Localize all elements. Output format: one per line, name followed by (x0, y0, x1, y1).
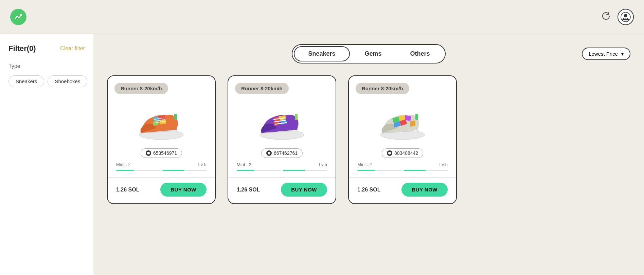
svg-point-0 (20, 14, 22, 16)
svg-point-3 (624, 17, 624, 17)
token-dot-icon (387, 150, 392, 156)
sort-dropdown[interactable]: Lowest Price ▾ (582, 48, 630, 60)
runner-badge: Runner 8-20km/h (356, 83, 409, 94)
token-id: 803408442 (394, 150, 418, 156)
shoe-image (255, 99, 309, 143)
token-badge: 653546971 (141, 148, 182, 158)
level-progress-fill (162, 170, 184, 171)
category-tabs: Sneakers Gems Others (292, 44, 445, 63)
token-dot-icon (266, 150, 272, 156)
level-progress-fill (283, 170, 305, 171)
svg-point-2 (624, 14, 627, 17)
sort-label: Lowest Price (589, 51, 618, 57)
sneaker-card: Runner 8-20km/h (228, 75, 336, 204)
type-buttons: Sneakers Shoeboxes (8, 75, 85, 87)
progress-bars (235, 170, 329, 171)
card-footer: 1.26 SOL BUY NOW (235, 183, 329, 197)
clear-filter-button[interactable]: Clear filter (60, 45, 85, 52)
content-area: Sneakers Gems Others Lowest Price ▾ Runn… (93, 34, 644, 275)
level-stat: Lv 5 (319, 162, 327, 167)
header-right (601, 9, 634, 25)
mint-stat: Mint : 2 (357, 162, 372, 167)
card-divider (108, 177, 215, 178)
filter-header: Filter(0) Clear filter (8, 44, 85, 53)
stats-row: Mint : 2 Lv 5 (235, 162, 329, 167)
mint-progress-fill (116, 170, 134, 171)
cards-grid: Runner 8-20km/h (107, 75, 630, 204)
card-footer: 1.26 SOL BUY NOW (356, 183, 449, 197)
card-divider (228, 177, 336, 178)
type-label: Type (8, 63, 85, 69)
tab-bar-wrapper: Sneakers Gems Others Lowest Price ▾ (107, 44, 630, 63)
main-layout: Filter(0) Clear filter Type Sneakers Sho… (0, 34, 644, 275)
shoe-image (375, 99, 430, 143)
token-badge: 667462761 (261, 148, 303, 158)
mint-progress-fill (357, 170, 375, 171)
mint-progress-bar (357, 170, 402, 171)
tab-others[interactable]: Others (397, 46, 444, 61)
logo-icon[interactable] (10, 9, 26, 25)
type-sneakers-button[interactable]: Sneakers (8, 75, 44, 87)
token-dot-icon (146, 150, 151, 156)
level-progress-fill (404, 170, 426, 171)
sol-price: 1.26 SOL (237, 187, 260, 193)
level-stat: Lv 5 (439, 162, 448, 167)
svg-point-4 (627, 17, 628, 17)
card-footer: 1.26 SOL BUY NOW (114, 183, 208, 197)
token-badge: 803408442 (382, 148, 423, 158)
runner-badge: Runner 8-20km/h (114, 83, 168, 94)
buy-now-button[interactable]: BUY NOW (160, 183, 207, 197)
filter-title: Filter(0) (8, 44, 36, 53)
refresh-icon[interactable] (601, 11, 611, 23)
mint-stat: Mint : 2 (237, 162, 251, 167)
token-id: 653546971 (153, 150, 177, 156)
mint-stat: Mint : 2 (116, 162, 131, 167)
stats-row: Mint : 2 Lv 5 (114, 162, 208, 167)
header (0, 0, 644, 34)
mint-progress-bar (116, 170, 161, 171)
mint-progress-fill (237, 170, 254, 171)
svg-rect-13 (174, 114, 177, 120)
sidebar: Filter(0) Clear filter Type Sneakers Sho… (0, 34, 93, 275)
token-id: 667462761 (274, 150, 298, 156)
progress-bars (114, 170, 208, 171)
mint-progress-bar (237, 170, 281, 171)
user-avatar[interactable] (618, 9, 634, 25)
buy-now-button[interactable]: BUY NOW (281, 183, 327, 197)
shoe-image (134, 99, 189, 143)
tab-sneakers[interactable]: Sneakers (294, 46, 350, 61)
stats-row: Mint : 2 Lv 5 (356, 162, 449, 167)
sol-price: 1.26 SOL (116, 187, 139, 193)
level-progress-bar (283, 170, 327, 171)
sneaker-card: Runner 8-20km/h (107, 75, 216, 204)
svg-rect-32 (415, 114, 418, 120)
level-stat: Lv 5 (198, 162, 207, 167)
svg-rect-23 (295, 114, 298, 120)
type-shoeboxes-button[interactable]: Shoeboxes (48, 75, 87, 87)
sneaker-card: Runner 8-20km/h (348, 75, 457, 204)
svg-marker-31 (410, 121, 415, 127)
buy-now-button[interactable]: BUY NOW (401, 183, 448, 197)
chevron-down-icon: ▾ (621, 51, 624, 57)
sol-price: 1.26 SOL (357, 187, 380, 193)
level-progress-bar (404, 170, 448, 171)
tab-gems[interactable]: Gems (351, 46, 395, 61)
progress-bars (356, 170, 449, 171)
level-progress-bar (162, 170, 207, 171)
card-divider (349, 177, 456, 178)
runner-badge: Runner 8-20km/h (235, 83, 289, 94)
